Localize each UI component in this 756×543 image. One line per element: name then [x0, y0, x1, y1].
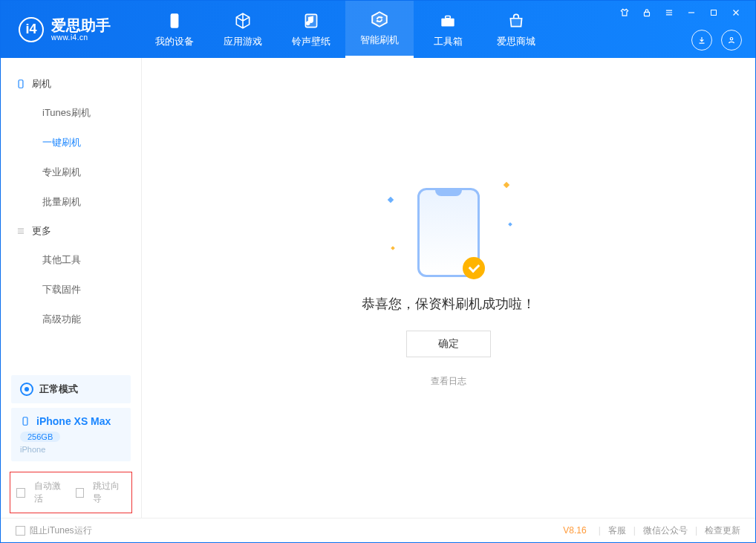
close-button[interactable] [730, 7, 742, 19]
sidebar: 刷机 iTunes刷机 一键刷机 专业刷机 批量刷机 更多 其他工具 下载固件 … [1, 58, 142, 518]
statusbar: 阻止iTunes运行 V8.16 | 客服 | 微信公众号 | 检查更新 [1, 518, 755, 542]
svg-point-6 [730, 38, 733, 41]
option-highlight-box: 自动激活 跳过向导 [10, 472, 132, 513]
confirm-button[interactable]: 确定 [406, 331, 491, 357]
refresh-icon [370, 10, 389, 29]
tab-smart-flash[interactable]: 智能刷机 [345, 1, 414, 58]
nav-other-tools[interactable]: 其他工具 [1, 245, 141, 275]
group-header-flash: 刷机 [1, 70, 141, 98]
logo-icon: i4 [19, 17, 44, 42]
nav-batch-flash[interactable]: 批量刷机 [1, 187, 141, 217]
nav-itunes-flash[interactable]: iTunes刷机 [1, 98, 141, 128]
nav-pro-flash[interactable]: 专业刷机 [1, 157, 141, 187]
checkmark-badge-icon [463, 257, 485, 279]
svg-rect-5 [711, 10, 717, 16]
checkbox-auto-activate[interactable] [16, 488, 25, 498]
link-service[interactable]: 客服 [608, 524, 626, 537]
tab-toolbox[interactable]: 工具箱 [414, 1, 482, 58]
success-message: 恭喜您，保资料刷机成功啦！ [362, 295, 535, 313]
label-auto-activate: 自动激活 [34, 480, 67, 505]
svg-rect-0 [171, 13, 179, 28]
shop-icon [506, 11, 526, 30]
brand-name: 爱思助手 [51, 17, 111, 33]
svg-rect-4 [645, 12, 650, 16]
svg-rect-2 [441, 18, 454, 26]
svg-rect-3 [446, 16, 451, 18]
device-model: iPhone [20, 445, 122, 454]
menu-icon[interactable] [663, 7, 675, 19]
brand-url: www.i4.cn [51, 33, 111, 42]
device-card[interactable]: iPhone XS Max 256GB iPhone [11, 408, 131, 461]
label-skip-guide: 跳过向导 [93, 480, 126, 505]
checkbox-skip-guide[interactable] [76, 488, 85, 498]
mode-label: 正常模式 [39, 383, 78, 396]
main-tabs: 我的设备 应用游戏 铃声壁纸 智能刷机 工具箱 爱思商城 [140, 1, 550, 58]
version-label: V8.16 [563, 525, 586, 536]
cube-icon [233, 11, 252, 30]
link-wechat[interactable]: 微信公众号 [643, 524, 688, 537]
phone-icon [165, 11, 184, 30]
link-check-update[interactable]: 检查更新 [705, 524, 740, 537]
app-logo: i4 爱思助手 www.i4.cn [19, 1, 111, 58]
device-icon [16, 79, 26, 89]
svg-rect-8 [23, 417, 27, 426]
svg-rect-7 [19, 80, 23, 88]
main-content: 恭喜您，保资料刷机成功啦！ 确定 查看日志 [142, 58, 755, 518]
mode-icon [20, 383, 33, 396]
lock-icon[interactable] [641, 7, 653, 19]
music-icon [302, 11, 321, 30]
tab-apps[interactable]: 应用游戏 [209, 1, 277, 58]
shirt-icon[interactable] [619, 7, 630, 19]
toolbox-icon [438, 11, 457, 30]
maximize-button[interactable] [708, 7, 720, 19]
user-button[interactable] [721, 30, 742, 51]
nav-one-click-flash[interactable]: 一键刷机 [1, 128, 141, 157]
list-icon [16, 226, 26, 236]
titlebar: i4 爱思助手 www.i4.cn 我的设备 应用游戏 铃声壁纸 智能刷机 [1, 1, 755, 58]
success-illustration [417, 188, 480, 277]
tab-my-device[interactable]: 我的设备 [140, 1, 209, 58]
checkbox-block-itunes[interactable] [16, 526, 25, 536]
label-block-itunes: 阻止iTunes运行 [30, 524, 92, 537]
app-window: i4 爱思助手 www.i4.cn 我的设备 应用游戏 铃声壁纸 智能刷机 [0, 0, 756, 543]
minimize-button[interactable] [685, 7, 697, 19]
mode-card[interactable]: 正常模式 [11, 375, 131, 403]
download-button[interactable] [691, 30, 712, 51]
window-controls [619, 7, 742, 19]
group-header-more: 更多 [1, 217, 141, 245]
device-capacity: 256GB [20, 432, 60, 442]
tab-shop[interactable]: 爱思商城 [482, 1, 550, 58]
tab-ringtones[interactable]: 铃声壁纸 [277, 1, 345, 58]
device-name: iPhone XS Max [36, 415, 111, 427]
nav-advanced[interactable]: 高级功能 [1, 305, 141, 334]
nav-download-firmware[interactable]: 下载固件 [1, 275, 141, 305]
phone-small-icon [20, 416, 30, 426]
view-log-link[interactable]: 查看日志 [431, 375, 466, 388]
